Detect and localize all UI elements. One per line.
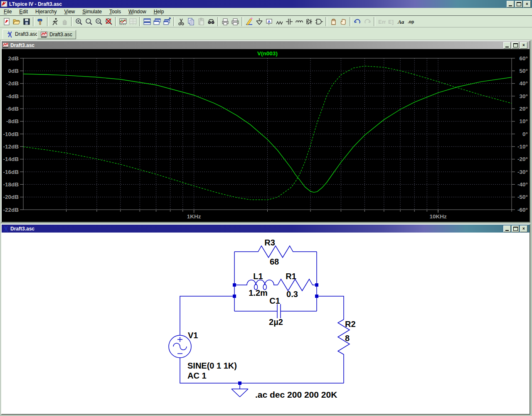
y-right-tick-label: 10° xyxy=(520,118,528,124)
place-ground-button[interactable] xyxy=(254,17,264,27)
zoom-out-button[interactable] xyxy=(94,17,104,27)
y-right-tick-label: 20° xyxy=(520,106,528,112)
y-left-tick-label: -2dB xyxy=(6,80,19,87)
place-inductor-button[interactable] xyxy=(294,17,304,27)
zoom-in-button[interactable] xyxy=(74,17,84,27)
zoom-full-extents-button[interactable] xyxy=(84,17,94,27)
waveform-window-title: Draft3.asc xyxy=(10,42,34,48)
place-component-button[interactable] xyxy=(314,17,324,27)
c1-value: 2µ2 xyxy=(269,317,283,327)
y-left-tick-label: -10dB xyxy=(3,131,19,137)
print-preview-button[interactable] xyxy=(220,17,230,27)
find-button[interactable] xyxy=(206,17,216,27)
toolbar-separator xyxy=(139,17,141,26)
maximize-button[interactable] xyxy=(512,225,519,232)
drag-button[interactable] xyxy=(338,17,348,27)
svg-text:.op: .op xyxy=(408,20,414,24)
phase-trace xyxy=(23,66,512,200)
run-button[interactable] xyxy=(50,17,60,27)
copy-button[interactable] xyxy=(186,17,196,27)
schematic-doc-icon xyxy=(2,225,9,232)
app-window-controls: × xyxy=(507,1,532,7)
autorange-y-button[interactable] xyxy=(118,17,128,27)
y-right-tick-label: 40° xyxy=(520,80,528,87)
cut-button[interactable] xyxy=(176,17,186,27)
close-button[interactable]: × xyxy=(520,225,527,232)
menu-simulate[interactable]: Simulate xyxy=(79,8,106,15)
menu-help[interactable]: Help xyxy=(150,8,168,15)
minimize-button[interactable] xyxy=(507,1,514,7)
close-button[interactable]: × xyxy=(523,1,531,7)
component-r2[interactable]: R2 8 xyxy=(338,319,356,383)
r1-name: R1 xyxy=(286,272,296,281)
toolbar-separator xyxy=(350,17,351,26)
maximize-button[interactable] xyxy=(512,42,519,49)
trace-legend-label[interactable]: V(n003) xyxy=(257,50,278,57)
tile-windows-button[interactable] xyxy=(142,17,152,27)
r3-value: 68 xyxy=(270,257,279,266)
component-l1[interactable]: L1 1.2m xyxy=(234,272,278,297)
move-button[interactable] xyxy=(328,17,338,27)
menu-tools[interactable]: Tools xyxy=(106,8,125,15)
place-diode-button[interactable] xyxy=(304,17,314,27)
place-capacitor-button[interactable] xyxy=(284,17,294,27)
tab-schematic-draft3[interactable]: Draft3.asc xyxy=(2,29,42,39)
l1-value: 1.2m xyxy=(249,288,268,297)
halt-button[interactable] xyxy=(60,17,70,27)
r3-name: R3 xyxy=(264,238,275,247)
y-right-tick-label: -50° xyxy=(517,194,528,200)
ground-symbol[interactable] xyxy=(232,381,248,397)
toolbar-separator xyxy=(47,17,49,26)
minimize-button[interactable] xyxy=(503,225,511,232)
schematic-canvas[interactable]: R3 68 L1 1.2m R1 0.3 xyxy=(2,233,530,414)
cascade-windows-button[interactable] xyxy=(152,17,162,27)
redo-button[interactable] xyxy=(362,17,372,27)
menu-edit[interactable]: Edit xyxy=(15,8,32,15)
new-schematic-button[interactable] xyxy=(2,17,12,27)
menu-hierarchy[interactable]: Hierarchy xyxy=(32,8,60,15)
toolbar-separator xyxy=(33,17,34,26)
zoom-back-button[interactable] xyxy=(104,17,114,27)
y-right-tick-label: -60° xyxy=(517,207,528,213)
x-tick-label: 1KHz xyxy=(187,213,201,220)
menu-view[interactable]: View xyxy=(60,8,79,15)
minimize-button[interactable] xyxy=(503,42,511,49)
tab-waveform-draft3[interactable]: Draft3.asc xyxy=(37,30,76,39)
toolbar-separator xyxy=(374,17,375,26)
tab-bar: Draft3.asc Draft3.asc xyxy=(0,28,532,40)
app-title-bar: LTspice IV - Draft3.asc × xyxy=(0,0,532,8)
tab-label: Draft3.asc xyxy=(15,31,38,37)
control-panel-button[interactable] xyxy=(36,17,46,27)
svg-text:Em: Em xyxy=(378,19,386,25)
close-button[interactable]: × xyxy=(520,42,527,49)
menu-file[interactable]: File xyxy=(0,8,15,15)
bode-plot[interactable]: 2dB60°0dB50°-2dB40°-4dB30°-6dB20°-8dB10°… xyxy=(2,49,530,222)
component-r1[interactable]: R1 0.3 xyxy=(278,272,317,299)
edit-sim-cmd-1-button[interactable]: Em xyxy=(377,17,387,27)
component-v1[interactable]: V1 SINE(0 1 1K) AC 1 xyxy=(169,331,237,380)
print-button[interactable] xyxy=(230,17,240,27)
grid-plot-button[interactable] xyxy=(128,17,138,27)
x-tick-label: 10KHz xyxy=(429,213,447,220)
place-resistor-button[interactable] xyxy=(274,17,284,27)
waveform-plot-area[interactable]: 2dB60°0dB50°-2dB40°-4dB30°-6dB20°-8dB10°… xyxy=(2,49,530,222)
draw-wire-button[interactable] xyxy=(244,17,254,27)
y-left-tick-label: -14dB xyxy=(3,156,19,162)
place-net-label-button[interactable]: A xyxy=(264,17,274,27)
toolbar-separator xyxy=(241,17,243,26)
component-r3[interactable]: R3 68 xyxy=(234,238,317,266)
place-spice-directive-button[interactable]: .op xyxy=(406,17,416,27)
new-window-button[interactable] xyxy=(162,17,172,27)
edit-sim-cmd-2-button[interactable]: E] xyxy=(387,17,397,27)
menu-bar: FileEditHierarchyViewSimulateToolsWindow… xyxy=(0,8,532,16)
spice-directive-text[interactable]: .ac dec 200 200 20K xyxy=(255,390,337,399)
undo-button[interactable] xyxy=(352,17,362,27)
toolbar-separator xyxy=(71,17,73,26)
save-button[interactable] xyxy=(22,17,32,27)
paste-button[interactable] xyxy=(196,17,206,27)
component-c1[interactable]: C1 2µ2 xyxy=(234,296,317,327)
place-text-button[interactable]: Aa xyxy=(397,17,406,27)
restore-button[interactable] xyxy=(515,1,522,7)
open-file-button[interactable] xyxy=(12,17,22,27)
menu-window[interactable]: Window xyxy=(125,8,150,15)
